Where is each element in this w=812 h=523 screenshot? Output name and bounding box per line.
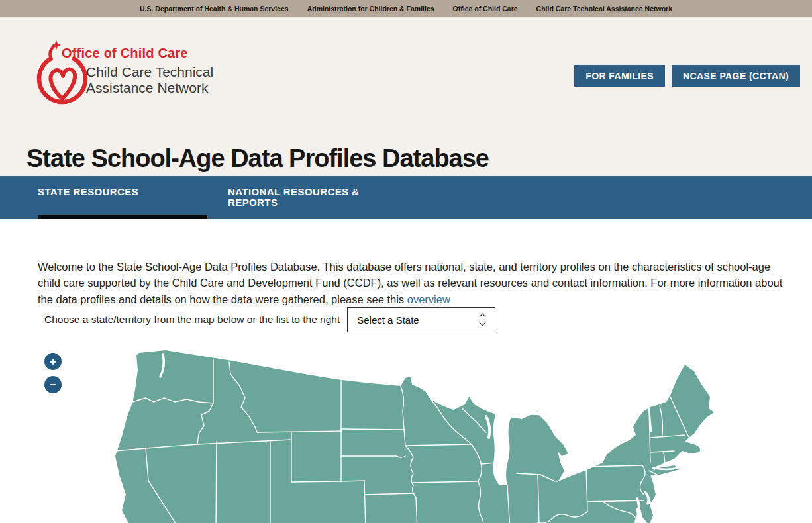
overview-link[interactable]: overview [407,293,450,305]
map-section: + − [0,345,812,523]
state-chooser-row: Choose a state/territory from the map be… [44,307,495,332]
state-select-value: Select a State [357,314,419,326]
us-landmass[interactable] [115,350,714,523]
tab-national-resources[interactable]: NATIONAL RESOURCES & REPORTS [228,187,367,208]
page-title: State School-Age Data Profiles Database [26,144,489,173]
ncase-page-button[interactable]: NCASE PAGE (CCTAN) [672,65,800,87]
map-zoom-out-button[interactable]: − [44,376,62,393]
link-hhs[interactable]: U.S. Department of Health & Human Servic… [140,5,289,13]
state-select[interactable]: Select a State [347,307,495,332]
link-cctan[interactable]: Child Care Technical Assistance Network [536,5,672,13]
select-stepper-icon [480,313,486,326]
intro-paragraph: Welcome to the State School-Age Data Pro… [38,259,790,308]
link-occ[interactable]: Office of Child Care [453,5,518,13]
page: U.S. Department of Health & Human Servic… [0,0,812,523]
logo-cctan-name: Child Care Technical Assistance Network [86,64,228,96]
san-juan-island [153,356,157,360]
logo-office-of-child-care: Office of Child Care [62,46,188,61]
site-header: Office of Child Care Child Care Technica… [0,17,812,176]
header-cta-buttons: FOR FAMILIES NCASE PAGE (CCTAN) [574,65,800,87]
government-links-bar: U.S. Department of Health & Human Servic… [0,0,812,17]
chooser-label: Choose a state/territory from the map be… [44,314,340,326]
link-acf[interactable]: Administration for Children & Families [307,5,434,13]
main-content: Welcome to the State School-Age Data Pro… [0,219,812,523]
us-map[interactable] [99,345,735,523]
site-logo[interactable]: Office of Child Care Child Care Technica… [32,40,237,126]
map-zoom-in-button[interactable]: + [44,353,62,370]
tab-state-resources[interactable]: STATE RESOURCES [38,187,138,197]
section-nav: STATE RESOURCES NATIONAL RESOURCES & REP… [0,176,812,219]
for-families-button[interactable]: FOR FAMILIES [574,65,665,87]
